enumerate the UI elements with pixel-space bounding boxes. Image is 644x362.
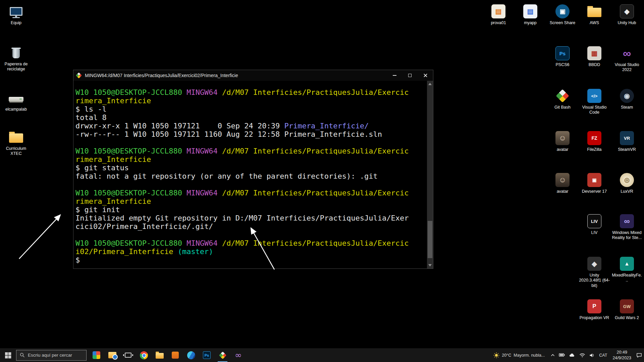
battery-icon[interactable] [557, 348, 567, 362]
annotation-arrow [19, 215, 60, 259]
window-controls [387, 70, 433, 81]
edge-icon[interactable] [183, 348, 199, 362]
wifi-glyph [579, 353, 585, 357]
propagation-vr-icon: P [579, 298, 610, 314]
desktop-icon-git-bash[interactable]: Git Bash [547, 88, 578, 110]
language-indicator[interactable]: CAT [597, 348, 609, 362]
desktop-icon-steamvr[interactable]: VRSteamVR [611, 130, 642, 152]
desktop-icon-recycle-bin[interactable]: Paperera de reciclatge [1, 45, 32, 72]
desktop-icon-label: BBDD [579, 62, 610, 67]
scrollbar-thumb[interactable] [428, 221, 432, 258]
desktop-icon-label: avatar [547, 147, 578, 152]
desktop-icon-avatar-1[interactable]: ☺avatar [547, 130, 578, 152]
desktop-icon-luxvr[interactable]: ◎LuxVR [611, 172, 642, 194]
desktop-icon-visual-studio-code[interactable]: </>Visual Studio Code [579, 88, 610, 115]
desktop-icon-label: Windows Mixed Reality for Ste... [611, 230, 642, 241]
file-explorer-icon-glyph [156, 353, 164, 359]
desktop-icon-myapp[interactable]: ▤myapp [515, 3, 546, 25]
desktop-icon-visual-studio-2022[interactable]: ∞Visual Studio 2022 [611, 45, 642, 73]
desktop-icon-elcampalab[interactable]: elcampalab [1, 90, 32, 112]
terminal-scrollbar[interactable] [427, 81, 433, 268]
desktop-icon-aws[interactable]: AWS [579, 3, 610, 25]
desktop-icon-label: MixedRealityFe... [611, 273, 642, 283]
desktop-icon-devserver-17[interactable]: ▣Devserver 17 [579, 172, 610, 194]
terminal-line: W10 1050@DESKTOP-JCCL880 MINGW64 /d/M07 … [75, 239, 427, 247]
desktop-icon-label: Visual Studio 2022 [611, 62, 642, 73]
avatar-image: ☺ [547, 172, 578, 188]
terminal-line: rimera_Interficie [75, 97, 427, 105]
desktop-icon-label: LIV [579, 230, 610, 235]
filezilla-icon: FZ [579, 130, 610, 146]
desktop-icon-liv[interactable]: LIVLIV [579, 213, 610, 235]
avatar-image: ☺ [547, 130, 578, 146]
system-tray: 20°C Mayorm. nubla... [489, 348, 644, 362]
unity-icon: ◆ [579, 256, 610, 272]
mixed-reality-icon: ∞ [611, 213, 642, 229]
task-view-button[interactable] [120, 348, 136, 362]
file-explorer-icon[interactable] [152, 348, 167, 362]
taskbar: Escriu aquí per cercar 20°C Mayorm. nubl… [0, 348, 644, 362]
terminal-window[interactable]: MINGW64:/d/M07 Interficies/PractiquesJul… [73, 70, 433, 269]
desktop-icon-mixedrealityfe[interactable]: ▲MixedRealityFe... [611, 256, 642, 283]
terminal-line [75, 231, 427, 239]
steam-icon: ◉ [611, 88, 642, 104]
desktop-icon-pscs6[interactable]: PsPSCS6 [547, 45, 578, 67]
paint3d-icon[interactable] [89, 348, 104, 362]
chrome-icon[interactable] [136, 348, 152, 362]
mixed-reality-feature-icon: ▲ [611, 256, 642, 272]
taskbar-clock[interactable]: 20:49 24/9/2023 [609, 348, 634, 362]
paint3d-icon-glyph [93, 351, 100, 359]
desktop: EquipPaperera de reciclatgeelcampalabCur… [0, 0, 644, 362]
terminal-output[interactable]: W10 1050@DESKTOP-JCCL880 MINGW64 /d/M07 … [73, 81, 427, 268]
desktop-icon-filezilla[interactable]: FZFileZilla [579, 130, 610, 152]
desktop-icon-label: Screen Share [547, 20, 578, 25]
desktop-icon-prova01[interactable]: ▤prova01 [483, 3, 514, 25]
action-center-icon[interactable] [634, 348, 644, 362]
visual-studio-icon[interactable] [230, 348, 246, 362]
maximize-button[interactable] [402, 70, 418, 81]
git-bash-icon [547, 88, 578, 104]
network-drive-icon [1, 90, 32, 106]
database-icon: ▦ [579, 45, 610, 61]
desktop-icon-screen-share[interactable]: ▣Screen Share [547, 3, 578, 25]
onedrive-icon[interactable] [567, 348, 577, 362]
taskbar-pinned-apps [89, 348, 246, 362]
search-placeholder: Escriu aquí per cercar [28, 353, 72, 358]
scroll-down-icon[interactable] [428, 264, 432, 266]
orange-app-icon[interactable] [167, 348, 183, 362]
git-bash-icon[interactable] [215, 348, 230, 362]
desktop-icon-avatar-2[interactable]: ☺avatar [547, 172, 578, 194]
minimize-button[interactable] [387, 70, 402, 81]
desktop-icon-label: prova01 [483, 20, 514, 25]
start-button[interactable] [0, 348, 16, 362]
desktop-icon-curriculum-xtec[interactable]: Curriculum XTEC [1, 129, 32, 157]
notification-bubble-glyph [636, 353, 642, 358]
vscode-icon: </> [579, 88, 610, 104]
desktop-icon-label: Git Bash [547, 105, 578, 110]
desktop-icon-guild-wars-2[interactable]: GWGuild Wars 2 [611, 298, 642, 320]
desktop-icon-bbdd[interactable]: ▦BBDD [579, 45, 610, 67]
photos-icon-glyph [108, 352, 116, 358]
desktop-icon-propagation-vr[interactable]: PPropagation VR [579, 298, 610, 320]
network-icon[interactable] [577, 348, 587, 362]
desktop-icon-unity-2020[interactable]: ◆Unity 2020.3.48f1 (64-bit) [579, 256, 610, 288]
hidden-icons-chevron[interactable] [549, 348, 557, 362]
steamvr-icon: VR [611, 130, 642, 146]
photoshop-icon: Ps [547, 45, 578, 61]
screen-share-icon: ▣ [547, 3, 578, 19]
desktop-icon-label: SteamVR [611, 147, 642, 152]
desktop-icon-windows-mixed-reality[interactable]: ∞Windows Mixed Reality for Ste... [611, 213, 642, 241]
scroll-up-icon[interactable] [428, 83, 432, 85]
close-button[interactable] [418, 70, 433, 81]
taskbar-search-input[interactable]: Escriu aquí per cercar [16, 350, 87, 361]
terminal-line: $ ls -l [75, 105, 427, 113]
desktop-icon-equip[interactable]: Equip [1, 3, 32, 25]
photos-icon[interactable] [104, 348, 120, 362]
volume-icon[interactable] [587, 348, 597, 362]
terminal-titlebar[interactable]: MINGW64:/d/M07 Interficies/PractiquesJul… [73, 70, 433, 81]
git-bash-window-icon [76, 72, 82, 78]
weather-widget[interactable]: 20°C Mayorm. nubla... [489, 348, 549, 362]
desktop-icon-steam[interactable]: ◉Steam [611, 88, 642, 110]
desktop-icon-unity-hub[interactable]: ◆Unity Hub [611, 3, 642, 25]
photoshop-icon[interactable] [199, 348, 215, 362]
